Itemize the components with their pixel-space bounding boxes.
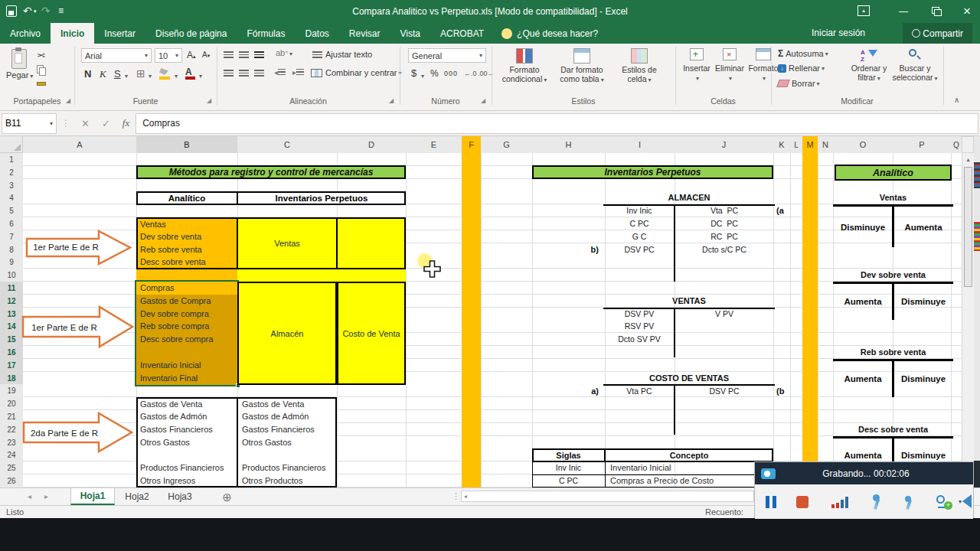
wrap-text-button[interactable]: Ajustar texto — [312, 50, 372, 59]
row-header[interactable]: 7 — [0, 230, 24, 244]
cell-almacen[interactable]: Almacén — [237, 282, 337, 385]
cell[interactable]: Gastos de Venta — [240, 398, 338, 411]
font-color-dropdown-icon[interactable]: ▾ — [199, 73, 202, 80]
number-dialog-launcher[interactable]: ◢ — [479, 97, 487, 105]
insert-cells-button[interactable]: + Insertar▾ — [681, 48, 712, 83]
row-header[interactable]: 21 — [0, 410, 24, 424]
scroll-left-icon[interactable]: ◂ — [464, 493, 467, 500]
bold-button[interactable]: N — [84, 68, 91, 80]
cell-banner-middle[interactable]: Inventarios Perpetuos — [532, 165, 773, 179]
cell[interactable]: Productos Financieros — [138, 461, 237, 474]
column-header-g[interactable]: G — [481, 136, 533, 154]
column-header-i[interactable]: I — [605, 136, 675, 154]
cell[interactable]: Otros Productos — [240, 474, 338, 487]
cell[interactable]: Inv Inic — [605, 204, 674, 217]
cell[interactable]: Disminuye — [895, 373, 952, 386]
row-header[interactable]: 9 — [0, 256, 24, 269]
cell[interactable]: (a — [776, 204, 784, 217]
cell[interactable]: Productos Financieros — [240, 461, 338, 474]
cell[interactable]: Ventas — [138, 218, 238, 231]
cell[interactable]: (b — [776, 385, 784, 398]
column-header-p[interactable]: P — [893, 136, 952, 154]
row-header[interactable]: 4 — [0, 191, 24, 205]
horizontal-scrollbar[interactable]: ◂ — [461, 491, 754, 502]
system-audio-icon[interactable] — [831, 496, 848, 508]
row-header[interactable]: 24 — [0, 448, 24, 462]
tab-inicio[interactable]: Inicio — [51, 23, 94, 44]
scrollbar-thumb[interactable] — [964, 167, 972, 287]
align-right-icon[interactable] — [254, 70, 264, 77]
column-header-n[interactable]: N — [818, 136, 834, 154]
sheet-tab-hoja1[interactable]: Hoja1 — [70, 488, 115, 505]
row-header[interactable]: 19 — [0, 384, 24, 398]
t-account-title[interactable]: Reb sobre venta — [835, 346, 952, 359]
autosum-button[interactable]: ΣAutosuma▾ — [778, 48, 828, 59]
tab-revisar[interactable]: Revisar — [339, 23, 390, 44]
cell-banner-left[interactable]: Métodos para registro y control de merca… — [136, 165, 406, 179]
t-account-title[interactable]: VENTAS — [605, 295, 773, 308]
clear-button[interactable]: Borrar▾ — [778, 79, 820, 88]
scroll-up-button[interactable]: ▴ — [962, 153, 974, 165]
paste-button[interactable]: Pegar▾ — [6, 47, 32, 95]
cell[interactable]: Gastos de Admón — [138, 410, 237, 423]
cell[interactable]: Otros Ingresos — [138, 474, 237, 487]
cell[interactable]: Otros Gastos — [138, 436, 237, 449]
cell[interactable]: Inventario Inicial — [608, 461, 774, 474]
align-top-icon[interactable] — [224, 51, 234, 58]
t-account-title[interactable]: ALMACEN — [605, 191, 773, 204]
increase-indent-icon[interactable]: ▸ — [292, 68, 304, 77]
cell[interactable]: C PC — [605, 217, 674, 230]
fill-dropdown-icon[interactable]: ▾ — [175, 73, 178, 80]
row-header[interactable]: 25 — [0, 461, 24, 475]
row-header[interactable]: 1 — [0, 153, 24, 167]
close-button[interactable]: × — [954, 0, 980, 23]
column-header-c[interactable]: C — [237, 136, 338, 154]
t-account-title[interactable]: Dev sobre venta — [835, 269, 952, 282]
format-cells-button[interactable]: Formato▾ — [747, 48, 779, 83]
cut-icon[interactable]: ✂ — [37, 50, 45, 61]
minimize-button[interactable]: — — [890, 0, 916, 23]
cell[interactable]: Dcto s/C PC — [675, 243, 773, 256]
column-header-e[interactable]: E — [406, 136, 462, 154]
cell[interactable]: Vta PC — [675, 204, 773, 217]
cell[interactable]: DC PC — [675, 217, 773, 230]
cell[interactable]: Compras a Precio de Costo — [608, 474, 774, 487]
font-dialog-launcher[interactable]: ◢ — [205, 97, 213, 105]
row-header[interactable]: 11 — [0, 282, 24, 295]
cell[interactable]: Vta PC — [605, 385, 674, 398]
fx-icon[interactable]: fx — [122, 117, 129, 129]
cell-banner-right[interactable]: Analítico — [835, 165, 952, 181]
cell[interactable]: G C — [605, 230, 674, 243]
cell[interactable]: RC PC — [675, 230, 773, 243]
cell[interactable]: Concepto — [605, 449, 773, 462]
underline-dropdown-icon[interactable]: ▾ — [125, 73, 128, 80]
column-header-l[interactable]: L — [790, 136, 803, 154]
collapse-arrow-icon[interactable] — [962, 494, 972, 508]
name-box[interactable]: B11▾ — [2, 113, 57, 134]
borders-button[interactable]: ⊞ — [136, 67, 145, 80]
sheet-nav-left-icon[interactable]: ◂ — [28, 492, 31, 500]
tab-archivo[interactable]: Archivo — [0, 23, 51, 44]
align-bottom-icon[interactable] — [254, 51, 264, 58]
cell[interactable]: Aumenta — [895, 221, 952, 234]
decrease-indent-icon[interactable]: ◂ — [274, 68, 286, 77]
cell[interactable]: DSV PC — [605, 243, 674, 256]
row-header[interactable]: 6 — [0, 217, 24, 231]
borders-dropdown-icon[interactable]: ▾ — [149, 73, 152, 80]
worksheet-grid[interactable]: Métodos para registro y control de merca… — [23, 153, 962, 487]
restore-button[interactable] — [923, 0, 949, 23]
cell-styles-button[interactable]: Estilos de celda▾ — [614, 48, 665, 85]
cell[interactable]: Inv Inic — [532, 461, 605, 474]
tab-datos[interactable]: Datos — [295, 23, 338, 44]
orientation-button[interactable]: ab⌝▾ — [276, 48, 292, 57]
format-painter-icon[interactable] — [37, 82, 46, 86]
grow-font-button[interactable]: A▴ — [187, 50, 196, 60]
column-header-a[interactable]: A — [23, 136, 137, 154]
format-as-table-button[interactable]: Dar formato como tabla▾ — [553, 48, 611, 85]
tab-formulas[interactable]: Fórmulas — [237, 23, 295, 44]
cell[interactable]: Dev sobre venta — [138, 230, 238, 243]
fill-button[interactable]: ↓Rellenar▾ — [778, 64, 825, 73]
cell[interactable]: Aumenta — [835, 373, 891, 386]
clipboard-dialog-launcher[interactable]: ◢ — [64, 97, 72, 105]
column-header-d[interactable]: D — [337, 136, 407, 154]
